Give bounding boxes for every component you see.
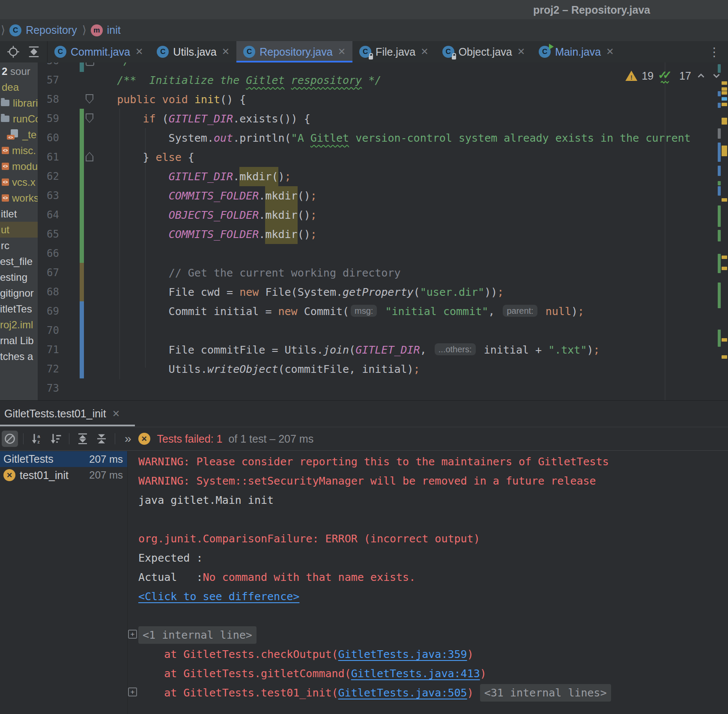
tab-main-java[interactable]: CMain.java✕: [532, 41, 621, 62]
breadcrumb: ⟩ C Repository ⟩ m init: [0, 19, 728, 42]
project-item[interactable]: rc: [0, 238, 38, 253]
stripe-mark: [722, 118, 727, 121]
code-line-58: public void init() {: [91, 90, 728, 109]
class-lock-icon: C: [359, 46, 371, 58]
stripe-mark: [718, 283, 721, 308]
stripe-mark: [722, 198, 727, 202]
tool-window-tab[interactable]: GitletTests.test01_init ✕: [4, 401, 120, 427]
code-line-64: OBJECTS_FOLDER.mkdir();: [91, 205, 728, 225]
close-icon[interactable]: ✕: [112, 408, 120, 419]
tab-label: Repository.java: [260, 46, 332, 58]
close-icon[interactable]: ✕: [135, 46, 143, 57]
project-item[interactable]: gitignor: [0, 285, 38, 301]
more-actions-icon[interactable]: »: [125, 432, 131, 446]
test-tree-item-GitletTests[interactable]: GitletTests207 ms: [0, 451, 127, 467]
run-icon: [549, 44, 554, 50]
code-line-63: COMMITS_FOLDER.mkdir();: [91, 186, 728, 205]
code-line-70: [91, 321, 728, 340]
sort-by-duration-icon[interactable]: [48, 431, 64, 447]
console-line: Actual :No command with that name exists…: [138, 568, 728, 587]
tab-object-java[interactable]: CObject.java✕: [436, 41, 532, 62]
stripe-mark: [718, 91, 721, 96]
test-tree-item-test01_init[interactable]: ✕test01_init207 ms: [0, 467, 127, 483]
close-icon[interactable]: ✕: [338, 46, 346, 57]
tab-utils-java[interactable]: CUtils.java✕: [150, 41, 236, 62]
console-link[interactable]: GitletTests.java:505: [338, 687, 467, 699]
error-stripe[interactable]: [717, 62, 728, 400]
xml-file-icon: <>: [2, 194, 9, 202]
project-item[interactable]: itletTes: [0, 301, 38, 317]
close-icon[interactable]: ✕: [517, 46, 525, 57]
console-link[interactable]: <Click to see difference>: [138, 590, 299, 603]
stripe-mark: [722, 146, 727, 153]
console-link[interactable]: GitletTests.java:359: [338, 648, 467, 660]
code-lines: */ /** Initialize the Gitlet respository…: [91, 62, 728, 398]
breadcrumb-class[interactable]: Repository: [26, 24, 77, 36]
project-item[interactable]: librari: [0, 95, 38, 111]
close-icon[interactable]: ✕: [222, 46, 230, 57]
project-item[interactable]: ut: [0, 222, 38, 238]
stripe-mark: [722, 103, 727, 106]
project-item[interactable]: <>works: [0, 190, 38, 206]
tab-label: Commit.java: [71, 46, 130, 58]
class-icon: C: [54, 46, 66, 58]
sort-alphabetically-icon[interactable]: a z: [29, 431, 45, 447]
project-item[interactable]: <>_te: [0, 127, 38, 143]
expand-collapse-icon[interactable]: [27, 45, 41, 59]
test-tree: GitletTests207 ms✕test01_init207 ms: [0, 451, 128, 714]
project-panel: 2 sourdealibrarirunCo<>_te<>misc.<>modu<…: [0, 62, 38, 400]
tab-repository-java[interactable]: CRepository.java✕: [236, 41, 352, 62]
project-item[interactable]: 2 sour: [0, 63, 38, 79]
project-item[interactable]: runCo: [0, 111, 38, 127]
console-line: Expected :: [138, 548, 728, 568]
tab-label: Object.java: [459, 46, 512, 58]
close-icon[interactable]: ✕: [606, 46, 614, 57]
project-item[interactable]: dea: [0, 79, 38, 95]
code-line-67: // Get the current working directory: [91, 263, 728, 283]
tab-commit-java[interactable]: CCommit.java✕: [48, 41, 150, 62]
project-item[interactable]: tches a: [0, 348, 38, 364]
close-icon[interactable]: ✕: [421, 46, 428, 57]
stripe-mark: [718, 205, 721, 227]
stripe-mark: [718, 166, 721, 176]
console-line: <1 internal line>: [138, 625, 728, 645]
expand-all-icon[interactable]: [75, 431, 91, 447]
warning-icon: !: [625, 71, 637, 81]
code-line-69: Commit initial = new Commit(msg: "initia…: [91, 302, 728, 321]
project-item[interactable]: esting: [0, 269, 38, 285]
locate-file-icon[interactable]: [6, 45, 21, 59]
test-console[interactable]: WARNING: Please consider reporting this …: [138, 452, 728, 714]
tab-file-java[interactable]: CFile.java✕: [352, 41, 436, 62]
stripe-mark: [722, 97, 727, 101]
class-icon: C: [9, 24, 21, 36]
project-item[interactable]: <>modu: [0, 158, 38, 174]
breadcrumb-method[interactable]: init: [107, 24, 121, 36]
project-item[interactable]: itlet: [0, 206, 38, 222]
code-line-66: [91, 244, 728, 263]
ide-window: proj2 – Repository.java ⟩ C Repository ⟩…: [0, 0, 728, 714]
filter-passed-icon[interactable]: [2, 431, 18, 447]
collapse-all-icon[interactable]: [93, 431, 110, 447]
tab-label: Utils.java: [173, 46, 216, 58]
test-name: GitletTests: [3, 453, 54, 465]
active-tab-underline: [0, 425, 135, 426]
console-line: WARNING: Please consider reporting this …: [138, 452, 728, 471]
stripe-mark: [718, 186, 721, 196]
tab-options-kebab-icon[interactable]: ⋮: [701, 45, 728, 59]
tool-window-tab-label: GitletTests.test01_init: [4, 408, 106, 420]
expand-stack-icon[interactable]: +: [128, 687, 137, 696]
expand-stack-icon[interactable]: +: [128, 630, 137, 639]
project-item[interactable]: <>misc.: [0, 143, 38, 158]
project-item[interactable]: <>vcs.x: [0, 174, 38, 190]
project-item[interactable]: rnal Lib: [0, 333, 38, 348]
editor-tab-tools: [0, 41, 48, 62]
project-item[interactable]: est_file: [0, 253, 38, 269]
inspections-widget[interactable]: ! 19 ✓✓ 17: [625, 69, 722, 82]
prev-problem-icon[interactable]: [695, 70, 707, 81]
stripe-mark: [722, 153, 727, 156]
stripe-mark: [722, 87, 727, 91]
code-line-59: if (GITLET_DIR.exists()) {: [91, 109, 728, 128]
console-link[interactable]: GitletTests.java:413: [351, 667, 480, 680]
project-item[interactable]: roj2.iml: [0, 317, 38, 333]
code-editor[interactable]: 565758596061626364656667686970717273 */ …: [38, 62, 728, 400]
